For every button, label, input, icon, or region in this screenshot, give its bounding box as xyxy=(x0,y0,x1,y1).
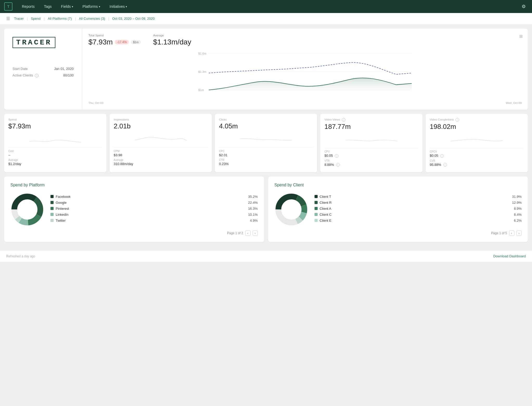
platform-page-label: Page 1 of 2 xyxy=(227,231,243,235)
tracer-filter[interactable]: Tracer xyxy=(13,16,25,21)
video-completions-info-icon[interactable]: i xyxy=(456,118,459,122)
svg-point-12 xyxy=(17,200,37,219)
spend-filter[interactable]: Spend xyxy=(30,16,42,21)
metric-impressions-label: Impressions xyxy=(114,118,208,121)
metric-spend-chart xyxy=(8,132,102,145)
metric-clicks-sub-ctr: CTR 0.23% xyxy=(219,159,313,166)
download-dashboard-button[interactable]: Download Dashboard xyxy=(493,254,526,258)
legend-item: Twitter 4.9% xyxy=(50,219,258,222)
metric-video-views-chart xyxy=(324,133,418,146)
average-stat: Average $1.13m/day xyxy=(153,34,191,46)
active-clients-value: 80/100 xyxy=(63,73,74,77)
metric-clicks-value: 4.05m xyxy=(219,122,313,130)
tracer-info-panel: TRACER Start Date Jan 01, 2020 Active Cl… xyxy=(4,29,82,110)
platform-prev-btn[interactable]: ‹ xyxy=(245,231,251,236)
date-range-filter[interactable]: Oct 03, 2020 – Oct 09, 2020 xyxy=(111,16,156,21)
chevron-down-icon: ▾ xyxy=(72,5,73,8)
active-clients-row: Active Clients i 80/100 xyxy=(12,73,74,77)
spend-by-client-card: Spend by Client xyxy=(268,176,528,242)
active-clients-info-icon[interactable]: i xyxy=(35,74,39,77)
top-panel: TRACER Start Date Jan 01, 2020 Active Cl… xyxy=(4,29,528,110)
metrics-row: Spend $7.93m Cost – Average $1.2/day xyxy=(4,114,528,172)
bottom-row: Spend by Platform xyxy=(4,176,528,242)
client-prev-btn[interactable]: ‹ xyxy=(509,231,514,236)
legend-color-client-c xyxy=(315,213,318,216)
platforms-filter[interactable]: All Platforms (7) xyxy=(47,16,73,21)
metric-card-clicks: Clicks 4.05m CPC $2.01 CTR 0.23% xyxy=(215,114,317,172)
spend-by-platform-card: Spend by Platform xyxy=(4,176,264,242)
cpcv-info-icon[interactable]: i xyxy=(440,154,444,158)
legend-color-facebook xyxy=(50,195,54,198)
metric-impressions-sub-avg: Average 310.88m/day xyxy=(114,159,208,166)
metric-clicks-label: Clicks xyxy=(219,118,313,121)
legend-color-client-t xyxy=(315,195,318,198)
main-content: TRACER Start Date Jan 01, 2020 Active Cl… xyxy=(0,24,532,250)
filter-bar: ☰ Tracer | Spend | All Platforms (7) | A… xyxy=(0,13,532,24)
legend-item: LinkedIn 10.1% xyxy=(50,213,258,217)
metric-impressions-chart xyxy=(114,132,208,145)
chart-container: $1.6m $1.3m $1m xyxy=(88,48,522,100)
start-date-row: Start Date Jan 01, 2020 xyxy=(12,67,74,71)
legend-item: Client C 8.4% xyxy=(315,213,522,217)
tracer-logo: TRACER xyxy=(12,37,55,48)
nav-item-tags[interactable]: Tags xyxy=(40,2,56,11)
top-navigation: T Reports Tags Fields ▾ Platforms ▾ Init… xyxy=(0,0,532,13)
spend-by-client-content: Client T 31.9% Client R 12.9% xyxy=(274,193,522,226)
settings-icon[interactable]: ⚙ xyxy=(520,2,528,11)
metric-video-completions-sub-cvr: CVR 95.88% i xyxy=(430,159,524,167)
legend-color-twitter xyxy=(50,219,54,222)
legend-color-client-r xyxy=(315,201,318,204)
metric-video-views-value: 187.77m xyxy=(324,123,418,131)
app-logo[interactable]: T xyxy=(4,2,12,11)
spend-by-client-pagination: Page 1 of 5 ‹ › xyxy=(274,231,522,236)
chart-filter-icon[interactable]: ⊞ xyxy=(519,34,523,39)
change-badge: -17.4% xyxy=(115,40,129,44)
nav-item-platforms[interactable]: Platforms ▾ xyxy=(78,2,104,11)
start-date-label: Start Date xyxy=(12,67,28,71)
metric-video-completions-chart xyxy=(430,133,524,146)
legend-color-pinterest xyxy=(50,207,54,210)
currencies-filter[interactable]: All Currencies (3) xyxy=(78,16,106,21)
svg-text:$1.6m: $1.6m xyxy=(198,52,207,55)
metric-card-video-completions: Video Completions i 198.02m CPCV $0.05 i xyxy=(426,114,528,172)
cpv-info-icon[interactable]: i xyxy=(335,154,338,158)
nav-item-initiatives[interactable]: Initiatives ▾ xyxy=(105,2,131,11)
average-label: Average xyxy=(153,34,191,37)
svg-point-19 xyxy=(281,200,301,219)
chart-x-start: Thu, Oct 03 xyxy=(88,101,103,104)
chevron-down-icon: ▾ xyxy=(126,5,127,8)
total-spend-value: $7.93m -17.4% $1m xyxy=(88,38,141,46)
spend-by-client-title: Spend by Client xyxy=(274,183,522,187)
svg-text:$1.3m: $1.3m xyxy=(198,70,207,73)
metric-impressions-sub-cpm: CPM $3.98 xyxy=(114,150,208,157)
filter-icon: ☰ xyxy=(6,16,10,21)
footer: Refreshed a day ago Download Dashboard xyxy=(0,250,532,262)
video-views-info-icon[interactable]: i xyxy=(342,118,345,122)
refresh-status: Refreshed a day ago xyxy=(6,254,35,258)
legend-item: Client R 12.9% xyxy=(315,201,522,205)
nav-item-reports[interactable]: Reports xyxy=(18,2,39,11)
vtr-info-icon[interactable]: i xyxy=(336,163,340,167)
client-next-btn[interactable]: › xyxy=(516,231,522,236)
filter-separator: | xyxy=(75,17,76,21)
metric-spend-value: $7.93m xyxy=(8,122,102,130)
legend-color-google xyxy=(50,201,54,204)
legend-item: Client T 31.9% xyxy=(315,195,522,199)
legend-color-linkedin xyxy=(50,213,54,216)
total-spend-label: Total Spend xyxy=(88,34,141,37)
chevron-down-icon: ▾ xyxy=(99,5,100,8)
metric-video-views-label: Video Views i xyxy=(324,118,418,122)
spend-by-client-legend: Client T 31.9% Client R 12.9% xyxy=(315,195,522,225)
comparison-badge: $1m xyxy=(131,40,140,44)
chart-x-labels: Thu, Oct 03 Wed, Oct 09 xyxy=(88,101,522,104)
metric-card-impressions: Impressions 2.01b CPM $3.98 Average 310.… xyxy=(110,114,212,172)
metric-spend-sub-avg: Average $1.2/day xyxy=(8,159,102,166)
chart-x-end: Wed, Oct 09 xyxy=(506,101,522,104)
spend-by-platform-chart xyxy=(10,193,44,226)
filter-separator: | xyxy=(27,17,28,21)
metric-clicks-sub-cpc: CPC $2.01 xyxy=(219,150,313,157)
start-date-value: Jan 01, 2020 xyxy=(54,67,74,71)
nav-item-fields[interactable]: Fields ▾ xyxy=(57,2,77,11)
platform-next-btn[interactable]: › xyxy=(253,231,258,236)
cvr-info-icon[interactable]: i xyxy=(443,163,447,167)
